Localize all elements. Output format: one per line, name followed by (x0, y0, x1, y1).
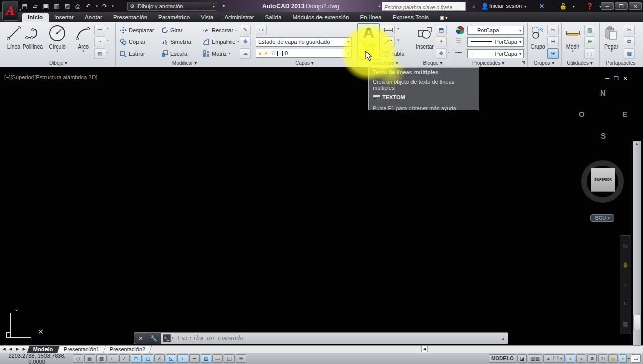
leader-button[interactable] (382, 36, 395, 47)
color-wheel-icon[interactable] (455, 26, 465, 37)
ellipse-dropdown-icon[interactable]: ▪ (107, 38, 108, 42)
app-menu-button[interactable]: A (2, 1, 18, 21)
block-attributes-button[interactable]: ❖ (436, 48, 447, 59)
leader-dropdown-icon[interactable]: ▾ (397, 38, 399, 42)
showmotion-icon[interactable]: ▦ (623, 321, 628, 327)
first-layout-icon[interactable]: |◀ (0, 346, 7, 353)
viewport-controls-label[interactable]: [−][Superior][Estructura alámbrica 2D] (4, 74, 97, 80)
scale-button[interactable]: Escala (161, 48, 187, 59)
cut-button[interactable]: ✂ (624, 25, 635, 35)
rectangle-button[interactable]: ▭ (94, 25, 105, 35)
vertical-scrollbar[interactable] (633, 141, 641, 364)
measure-button[interactable]: Medir ▾ (562, 23, 583, 59)
command-history-icon[interactable]: ▴ (502, 336, 504, 341)
infer-constraints-toggle[interactable]: ◇ (73, 354, 83, 363)
tab-presentacion[interactable]: Presentación (108, 13, 153, 22)
arc-dropdown-icon[interactable]: ▾ (82, 50, 84, 52)
viewcube-east[interactable]: E (622, 110, 627, 118)
quick-properties-toggle[interactable]: ▭ (212, 354, 223, 363)
undo-icon[interactable]: ↶ (84, 2, 93, 11)
zoom-icon[interactable]: ⌕ (624, 281, 627, 288)
viewcube-west[interactable]: O (579, 110, 585, 118)
lock-ui-button[interactable]: ⚿ (598, 354, 607, 363)
status-menu-icon[interactable]: ▾ (628, 357, 630, 361)
layer-off-button[interactable]: ↪ (256, 25, 267, 35)
panel-label-modificar[interactable]: Modificar ▾ (142, 59, 227, 67)
hardware-accel-button[interactable]: ▤ (608, 354, 618, 363)
unlock-icon[interactable]: ⚿ (271, 50, 275, 57)
prev-layout-icon[interactable]: ◀ (7, 346, 14, 353)
mirror-button[interactable]: Simetría (161, 36, 191, 47)
doc-minimize-button[interactable]: ─ (603, 75, 612, 82)
qat-customize-icon[interactable]: ▾ (219, 2, 228, 11)
isolate-objects-button[interactable]: ● (619, 354, 627, 363)
workspace-gear-button[interactable]: ⚙ (587, 354, 597, 363)
rectangle-dropdown-icon[interactable]: ▪ (107, 27, 108, 30)
viewcube-north[interactable]: N (600, 88, 606, 97)
restore-button[interactable]: ❐ (615, 2, 628, 10)
erase-button[interactable]: ✎ (240, 25, 251, 35)
save-as-icon[interactable]: ▥ (52, 2, 61, 11)
rotate-button[interactable]: Girar (161, 25, 182, 35)
grid-toggle[interactable]: ▩ (96, 354, 107, 363)
close-icon[interactable]: ✕ (138, 335, 143, 342)
trim-button[interactable]: Recortar▪ (202, 25, 237, 35)
create-block-button[interactable]: ⬒ (436, 25, 447, 35)
array-button[interactable]: Matriz▪ (202, 48, 230, 59)
paste-button[interactable]: Pegar ▾ (601, 23, 622, 59)
tab-anotar[interactable]: Anotar (79, 13, 108, 22)
edit-block-button[interactable]: ✦ (436, 36, 447, 47)
redo-dropdown-icon[interactable]: ▾ (111, 2, 115, 11)
block-attr-dropdown-icon[interactable]: ▪ (448, 50, 449, 54)
panel-label-bloque[interactable]: Bloque ▾ (414, 59, 452, 67)
lineweight-toggle[interactable]: ━ (189, 354, 200, 363)
hscroll-left-icon[interactable]: ◀ (421, 346, 428, 352)
exchange-apps-icon[interactable]: ✕ (537, 2, 546, 11)
minimize-button[interactable]: ─ (601, 2, 614, 10)
measure-dropdown-icon[interactable]: ▾ (572, 50, 574, 52)
transparency-toggle[interactable]: ▨ (201, 354, 211, 363)
new-file-icon[interactable]: ▤ (20, 2, 29, 11)
tab-en-linea[interactable]: En línea (354, 13, 387, 22)
search-input[interactable] (382, 3, 465, 11)
object-snap-3d-toggle[interactable]: ◳ (143, 354, 153, 363)
steering-wheel-icon[interactable]: ◎ (623, 242, 628, 249)
annotation-visibility-button[interactable]: ▲ (566, 354, 576, 363)
paste-dropdown-icon[interactable]: ▾ (610, 50, 612, 52)
viewcube-top-face[interactable]: SUPERIOR (591, 168, 615, 192)
bulb-icon[interactable]: ● (258, 50, 262, 56)
wrench-icon[interactable]: 🔧 (150, 335, 157, 342)
quick-select-button[interactable]: ▧ (584, 25, 595, 35)
lineweight-dropdown[interactable]: PorCapa ▾ (467, 37, 524, 47)
quick-calc-button[interactable]: ⊕ (584, 36, 595, 47)
clean-screen-button[interactable]: ▭ (631, 354, 641, 363)
tab-modulos[interactable]: Módulos de extensión (287, 13, 355, 22)
group-selection-toggle[interactable]: ⊞ (547, 48, 559, 59)
plot-icon[interactable]: ▨ (63, 2, 72, 11)
scroll-up-icon[interactable]: ▲ (635, 142, 639, 146)
id-point-button[interactable]: ▢ (584, 48, 595, 59)
redo-icon[interactable]: ↷ (100, 2, 109, 11)
tab-parametrico[interactable]: Paramétrico (153, 13, 195, 22)
group-button[interactable]: Grupo (528, 23, 547, 59)
signin-dropdown-icon[interactable]: ▾ (521, 2, 530, 11)
save-icon[interactable]: ▣ (41, 2, 51, 11)
panel-label-capas[interactable]: Capas ▾ (263, 59, 346, 67)
tab-administrar[interactable]: Administrar (219, 13, 259, 22)
stretch-button[interactable]: Estirar (119, 48, 145, 59)
command-line-grip[interactable]: ✕ 🔧 (134, 333, 161, 344)
dimension-dropdown-icon[interactable]: ▾ (397, 27, 399, 31)
object-color-dropdown[interactable]: PorCapa ▾ (467, 26, 524, 35)
ucs-menu-button[interactable]: SCU ▾ (590, 214, 614, 222)
doc-close-button[interactable]: ✕ (621, 75, 630, 82)
trim-dropdown-icon[interactable]: ▪ (235, 29, 236, 31)
annotation-scale-button[interactable]: ▲ 1:1 ▾ (543, 354, 564, 363)
quick-view-drawings-button[interactable]: ▥▥ (528, 354, 542, 363)
recent-commands-icon[interactable]: >_ (163, 334, 171, 342)
close-button[interactable]: ✕ (629, 2, 642, 10)
dynamic-input-toggle[interactable]: ＋ (177, 354, 188, 363)
hatch-dropdown-icon[interactable]: ▪ (107, 50, 108, 54)
navigation-bar[interactable]: ◎ ✋ ⌕ ↻ ▦ (620, 235, 631, 334)
panel-label-portapapeles[interactable]: Portapapeles (600, 59, 642, 67)
propiedades-dialog-launcher-icon[interactable]: ◥ (522, 60, 525, 65)
